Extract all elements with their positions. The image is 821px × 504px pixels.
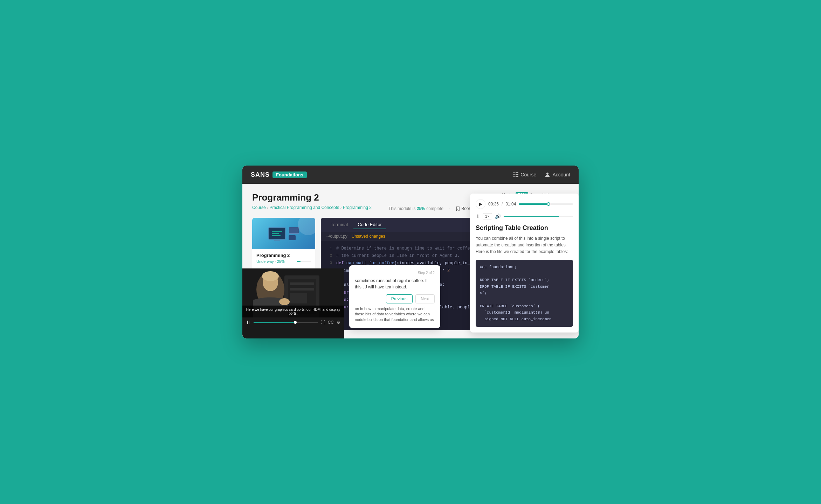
- grid-icon: [513, 172, 518, 177]
- bookmark-icon: [456, 206, 460, 211]
- svg-rect-6: [290, 293, 307, 303]
- video-progress-bar[interactable]: [254, 322, 318, 323]
- video-ctrl-icons: ⛶ CC ⚙: [321, 320, 340, 325]
- nav-logo-badge[interactable]: Foundations: [272, 172, 307, 178]
- quiz-buttons: Previous Next: [355, 294, 435, 303]
- main-content: Programming 2 You're 50% through the cou…: [242, 184, 579, 338]
- video-bg: Here we have our graphics card ports, ou…: [242, 268, 344, 317]
- svg-rect-5: [290, 288, 314, 290]
- nav-logo: SANS Foundations: [251, 171, 307, 178]
- video-progress-thumb: [294, 321, 297, 324]
- scripting-code-block: USE foundations; DROP TABLE IF EXISTS `o…: [476, 260, 573, 327]
- sidebar-section-title: Programming 2: [252, 249, 315, 259]
- audio-progress-fill: [519, 203, 549, 205]
- audio-progress-bar[interactable]: [519, 203, 573, 205]
- sidebar-progress-fill: [297, 261, 301, 262]
- sidebar-underway: Underway · 25%: [252, 259, 315, 266]
- video-settings-icon[interactable]: ⚙: [337, 320, 340, 325]
- unsaved-changes: Unsaved changes: [352, 234, 385, 239]
- scripting-title: Scripting Table Creation: [476, 224, 573, 232]
- quiz-step: Step 2 of 2: [355, 271, 435, 275]
- audio-speed-btn[interactable]: 1×: [483, 213, 492, 219]
- breadcrumb: Course › Practical Programming and Conce…: [252, 205, 372, 210]
- nav-account[interactable]: Account: [545, 172, 570, 177]
- module-complete-label: This module is 25% complete: [388, 206, 443, 211]
- nav-bar: SANS Foundations Course Account: [242, 166, 579, 184]
- nav-items: Course Account: [513, 172, 570, 177]
- thumbnail-monitor: [268, 227, 286, 240]
- video-pause-btn[interactable]: ⏸: [246, 320, 251, 325]
- audio-time-total: 01:04: [505, 202, 516, 206]
- audio-progress-thumb: [547, 202, 550, 206]
- page-title: Programming 2: [252, 192, 319, 203]
- browser-window: SANS Foundations Course Account: [242, 166, 579, 338]
- audio-time-current: 00:36: [488, 202, 499, 206]
- video-cc-icon[interactable]: CC: [328, 320, 334, 325]
- filename: ~/output.py: [326, 234, 347, 239]
- quiz-overlay: Step 2 of 2 sometimes runs out of regula…: [349, 265, 440, 328]
- svg-rect-4: [290, 282, 314, 285]
- svg-point-10: [279, 298, 290, 305]
- scripting-text: You can combine all of this into a singl…: [476, 235, 573, 255]
- sidebar-progress-bar: [297, 261, 311, 262]
- svg-point-0: [546, 173, 549, 175]
- tab-terminal[interactable]: Terminal: [326, 220, 352, 229]
- tab-code-editor[interactable]: Code Editor: [353, 220, 386, 229]
- audio-volume-icon[interactable]: 🔊: [495, 214, 501, 219]
- svg-point-9: [262, 271, 279, 281]
- audio-volume-fill: [504, 216, 559, 217]
- quiz-previous-btn[interactable]: Previous: [386, 294, 413, 303]
- quiz-text: sometimes runs out of regular coffee. If…: [355, 278, 435, 290]
- audio-download-icon[interactable]: ⬇: [476, 214, 480, 219]
- quiz-next-btn[interactable]: Next: [415, 294, 435, 303]
- video-controls: ⏸ ⛶ CC ⚙: [242, 317, 344, 327]
- video-progress-fill: [254, 322, 295, 323]
- sidebar-thumbnail: [252, 218, 315, 249]
- thumbnail-decoration: [298, 218, 315, 235]
- audio-controls: ▶ 00:36 / 01:04: [476, 199, 573, 209]
- video-overlay: Here we have our graphics card ports, ou…: [242, 268, 344, 338]
- module-pct: 25%: [417, 206, 425, 211]
- underway-label: Underway · 25%: [256, 259, 285, 264]
- nav-logo-sans: SANS: [251, 171, 270, 178]
- video-fullscreen-icon[interactable]: ⛶: [321, 320, 325, 325]
- account-icon: [545, 172, 550, 177]
- nav-course[interactable]: Course: [513, 172, 536, 177]
- audio-play-btn[interactable]: ▶: [476, 199, 485, 209]
- audio-extra-controls: ⬇ 1× 🔊: [476, 213, 573, 219]
- audio-widget: ▶ 00:36 / 01:04 ⬇ 1× 🔊 Scripting Table C…: [470, 194, 579, 332]
- quiz-extra-text: on in how to manipulate data, create and…: [355, 306, 435, 322]
- audio-volume-bar[interactable]: [504, 216, 573, 217]
- video-caption: Here we have our graphics card ports, ou…: [242, 306, 344, 317]
